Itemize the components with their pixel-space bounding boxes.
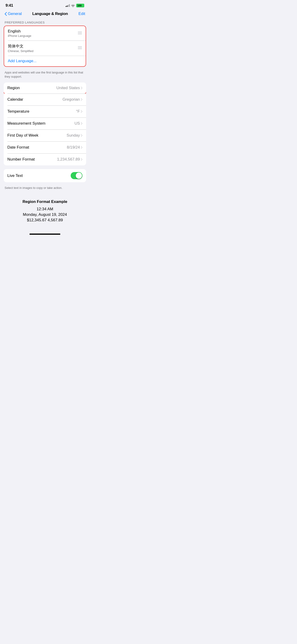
language-name-chinese: 简体中文: [8, 44, 34, 49]
region-settings-group: Region United States Calendar Gregorian …: [4, 82, 86, 166]
first-day-value: Sunday: [66, 133, 80, 138]
preferred-languages-group: English iPhone Language 简体中文 Chinese, Si…: [4, 26, 86, 67]
live-text-footer: Select text in images to copy or take ac…: [0, 184, 90, 194]
live-text-row[interactable]: Live Text: [4, 169, 86, 182]
chevron-right-icon-date: [81, 146, 82, 149]
chevron-right-icon-number: [81, 158, 82, 161]
calendar-row[interactable]: Calendar Gregorian: [4, 94, 86, 106]
measurement-row[interactable]: Measurement System US: [4, 118, 86, 130]
format-example-title: Region Format Example: [4, 200, 85, 204]
temperature-row[interactable]: Temperature °F: [4, 106, 86, 118]
home-indicator-bar: [30, 234, 60, 235]
live-text-section: Live Text Select text in images to copy …: [0, 169, 90, 194]
chevron-right-icon: [81, 86, 82, 89]
region-value: United States: [56, 86, 80, 90]
status-bar: 9:41 100: [0, 0, 90, 10]
format-example-section: Region Format Example 12:34 AM Monday, A…: [0, 194, 90, 232]
number-format-row[interactable]: Number Format 1,234,567.89: [4, 154, 86, 166]
chevron-right-icon-measurement: [81, 122, 82, 125]
chevron-right-icon-calendar: [81, 98, 82, 101]
language-subtitle-english: iPhone Language: [8, 34, 31, 38]
preferred-languages-label: PREFERRED LANGUAGES: [0, 19, 90, 26]
live-text-label: Live Text: [7, 174, 23, 178]
nav-bar: General Language & Region Edit: [0, 10, 90, 19]
date-format-value: 8/19/24: [67, 145, 80, 150]
chevron-right-icon-temp: [81, 110, 82, 113]
date-format-row[interactable]: Date Format 8/19/24: [4, 142, 86, 154]
format-example-time: 12:34 AM: [4, 207, 85, 212]
first-day-label: First Day of Week: [7, 133, 38, 138]
region-label: Region: [7, 86, 20, 90]
language-row-english[interactable]: English iPhone Language: [4, 26, 86, 40]
back-button[interactable]: General: [4, 12, 22, 16]
language-subtitle-chinese: Chinese, Simplified: [8, 49, 34, 53]
battery-indicator: 100: [76, 4, 84, 7]
region-row[interactable]: Region United States: [4, 82, 86, 94]
date-format-label: Date Format: [7, 145, 29, 150]
back-label: General: [8, 12, 22, 16]
calendar-value: Gregorian: [62, 97, 80, 102]
chevron-right-icon-firstday: [81, 134, 82, 137]
page-title: Language & Region: [32, 12, 68, 16]
measurement-label: Measurement System: [7, 121, 45, 126]
number-format-label: Number Format: [7, 157, 35, 162]
temperature-value: °F: [76, 109, 80, 114]
language-row-chinese[interactable]: 简体中文 Chinese, Simplified: [4, 40, 86, 56]
home-indicator: [0, 232, 90, 236]
live-text-group: Live Text: [4, 169, 86, 182]
number-format-value: 1,234,567.89: [57, 157, 80, 162]
toggle-knob: [76, 172, 82, 179]
status-icons: 100: [66, 4, 84, 7]
status-time: 9:41: [6, 3, 13, 8]
calendar-label: Calendar: [7, 97, 23, 102]
edit-button[interactable]: Edit: [78, 12, 85, 16]
wifi-icon: [71, 4, 75, 7]
format-example-date: Monday, August 19, 2024: [4, 212, 85, 217]
chevron-left-icon: [4, 12, 7, 16]
format-example-currency: $12,345.67 4,567.89: [4, 218, 85, 222]
add-language-button[interactable]: Add Language...: [4, 56, 86, 66]
first-day-row[interactable]: First Day of Week Sunday: [4, 130, 86, 142]
drag-handle-icon-2: [78, 46, 82, 50]
signal-icon: [66, 4, 70, 7]
language-name-english: English: [8, 29, 31, 34]
measurement-value: US: [74, 121, 80, 126]
live-text-toggle[interactable]: [71, 172, 82, 179]
temperature-label: Temperature: [7, 109, 29, 114]
drag-handle-icon: [78, 31, 82, 36]
languages-footer: Apps and websites will use the first lan…: [0, 69, 90, 82]
